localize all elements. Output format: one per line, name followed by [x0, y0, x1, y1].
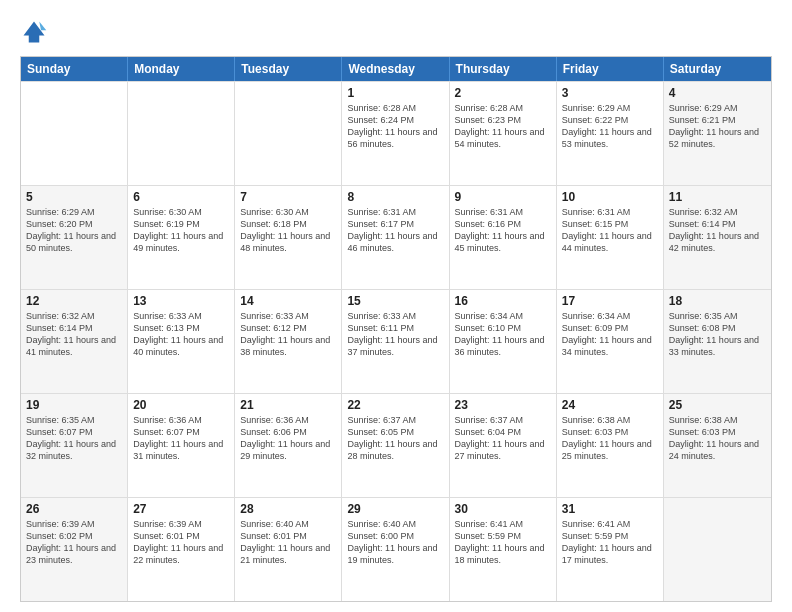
header-cell-monday: Monday	[128, 57, 235, 81]
header-cell-thursday: Thursday	[450, 57, 557, 81]
day-detail: Sunrise: 6:33 AM Sunset: 6:12 PM Dayligh…	[240, 310, 336, 359]
calendar-cell: 16Sunrise: 6:34 AM Sunset: 6:10 PM Dayli…	[450, 290, 557, 393]
day-number: 4	[669, 86, 766, 100]
day-number: 28	[240, 502, 336, 516]
day-detail: Sunrise: 6:40 AM Sunset: 6:00 PM Dayligh…	[347, 518, 443, 567]
calendar-cell: 12Sunrise: 6:32 AM Sunset: 6:14 PM Dayli…	[21, 290, 128, 393]
day-number: 12	[26, 294, 122, 308]
day-number: 29	[347, 502, 443, 516]
calendar-cell: 18Sunrise: 6:35 AM Sunset: 6:08 PM Dayli…	[664, 290, 771, 393]
calendar-cell: 3Sunrise: 6:29 AM Sunset: 6:22 PM Daylig…	[557, 82, 664, 185]
day-number: 2	[455, 86, 551, 100]
calendar-cell: 10Sunrise: 6:31 AM Sunset: 6:15 PM Dayli…	[557, 186, 664, 289]
day-number: 19	[26, 398, 122, 412]
day-number: 18	[669, 294, 766, 308]
day-number: 6	[133, 190, 229, 204]
day-detail: Sunrise: 6:29 AM Sunset: 6:21 PM Dayligh…	[669, 102, 766, 151]
calendar-cell: 17Sunrise: 6:34 AM Sunset: 6:09 PM Dayli…	[557, 290, 664, 393]
calendar-week-1: 5Sunrise: 6:29 AM Sunset: 6:20 PM Daylig…	[21, 185, 771, 289]
calendar-cell: 19Sunrise: 6:35 AM Sunset: 6:07 PM Dayli…	[21, 394, 128, 497]
calendar-cell: 5Sunrise: 6:29 AM Sunset: 6:20 PM Daylig…	[21, 186, 128, 289]
day-number: 17	[562, 294, 658, 308]
day-number: 10	[562, 190, 658, 204]
day-number: 20	[133, 398, 229, 412]
calendar-cell	[21, 82, 128, 185]
day-number: 31	[562, 502, 658, 516]
day-number: 24	[562, 398, 658, 412]
calendar-cell: 20Sunrise: 6:36 AM Sunset: 6:07 PM Dayli…	[128, 394, 235, 497]
calendar-cell: 2Sunrise: 6:28 AM Sunset: 6:23 PM Daylig…	[450, 82, 557, 185]
logo-icon	[20, 18, 48, 46]
day-number: 16	[455, 294, 551, 308]
day-number: 13	[133, 294, 229, 308]
calendar-cell: 4Sunrise: 6:29 AM Sunset: 6:21 PM Daylig…	[664, 82, 771, 185]
day-number: 8	[347, 190, 443, 204]
calendar-body: 1Sunrise: 6:28 AM Sunset: 6:24 PM Daylig…	[21, 81, 771, 601]
calendar-week-3: 19Sunrise: 6:35 AM Sunset: 6:07 PM Dayli…	[21, 393, 771, 497]
day-detail: Sunrise: 6:34 AM Sunset: 6:09 PM Dayligh…	[562, 310, 658, 359]
day-detail: Sunrise: 6:37 AM Sunset: 6:04 PM Dayligh…	[455, 414, 551, 463]
svg-marker-1	[39, 22, 46, 31]
day-number: 5	[26, 190, 122, 204]
calendar-header-row: SundayMondayTuesdayWednesdayThursdayFrid…	[21, 57, 771, 81]
day-number: 26	[26, 502, 122, 516]
day-detail: Sunrise: 6:30 AM Sunset: 6:18 PM Dayligh…	[240, 206, 336, 255]
header-cell-sunday: Sunday	[21, 57, 128, 81]
day-detail: Sunrise: 6:34 AM Sunset: 6:10 PM Dayligh…	[455, 310, 551, 359]
day-detail: Sunrise: 6:36 AM Sunset: 6:06 PM Dayligh…	[240, 414, 336, 463]
day-detail: Sunrise: 6:31 AM Sunset: 6:15 PM Dayligh…	[562, 206, 658, 255]
day-detail: Sunrise: 6:39 AM Sunset: 6:02 PM Dayligh…	[26, 518, 122, 567]
calendar-cell: 22Sunrise: 6:37 AM Sunset: 6:05 PM Dayli…	[342, 394, 449, 497]
day-number: 27	[133, 502, 229, 516]
day-number: 25	[669, 398, 766, 412]
day-detail: Sunrise: 6:40 AM Sunset: 6:01 PM Dayligh…	[240, 518, 336, 567]
header-cell-saturday: Saturday	[664, 57, 771, 81]
logo	[20, 18, 52, 46]
calendar-week-0: 1Sunrise: 6:28 AM Sunset: 6:24 PM Daylig…	[21, 81, 771, 185]
day-number: 11	[669, 190, 766, 204]
day-detail: Sunrise: 6:35 AM Sunset: 6:08 PM Dayligh…	[669, 310, 766, 359]
calendar-cell: 14Sunrise: 6:33 AM Sunset: 6:12 PM Dayli…	[235, 290, 342, 393]
page: SundayMondayTuesdayWednesdayThursdayFrid…	[0, 0, 792, 612]
day-detail: Sunrise: 6:32 AM Sunset: 6:14 PM Dayligh…	[669, 206, 766, 255]
day-detail: Sunrise: 6:38 AM Sunset: 6:03 PM Dayligh…	[562, 414, 658, 463]
day-detail: Sunrise: 6:36 AM Sunset: 6:07 PM Dayligh…	[133, 414, 229, 463]
day-detail: Sunrise: 6:30 AM Sunset: 6:19 PM Dayligh…	[133, 206, 229, 255]
calendar-cell: 8Sunrise: 6:31 AM Sunset: 6:17 PM Daylig…	[342, 186, 449, 289]
calendar-week-4: 26Sunrise: 6:39 AM Sunset: 6:02 PM Dayli…	[21, 497, 771, 601]
day-detail: Sunrise: 6:41 AM Sunset: 5:59 PM Dayligh…	[455, 518, 551, 567]
day-detail: Sunrise: 6:31 AM Sunset: 6:16 PM Dayligh…	[455, 206, 551, 255]
calendar-cell: 28Sunrise: 6:40 AM Sunset: 6:01 PM Dayli…	[235, 498, 342, 601]
calendar-cell	[235, 82, 342, 185]
day-detail: Sunrise: 6:29 AM Sunset: 6:20 PM Dayligh…	[26, 206, 122, 255]
calendar-cell: 15Sunrise: 6:33 AM Sunset: 6:11 PM Dayli…	[342, 290, 449, 393]
day-detail: Sunrise: 6:39 AM Sunset: 6:01 PM Dayligh…	[133, 518, 229, 567]
calendar-cell: 7Sunrise: 6:30 AM Sunset: 6:18 PM Daylig…	[235, 186, 342, 289]
header-cell-tuesday: Tuesday	[235, 57, 342, 81]
day-number: 14	[240, 294, 336, 308]
calendar-cell: 1Sunrise: 6:28 AM Sunset: 6:24 PM Daylig…	[342, 82, 449, 185]
day-number: 1	[347, 86, 443, 100]
calendar-cell	[128, 82, 235, 185]
day-detail: Sunrise: 6:38 AM Sunset: 6:03 PM Dayligh…	[669, 414, 766, 463]
calendar-cell: 25Sunrise: 6:38 AM Sunset: 6:03 PM Dayli…	[664, 394, 771, 497]
calendar-cell: 27Sunrise: 6:39 AM Sunset: 6:01 PM Dayli…	[128, 498, 235, 601]
day-number: 23	[455, 398, 551, 412]
day-detail: Sunrise: 6:28 AM Sunset: 6:23 PM Dayligh…	[455, 102, 551, 151]
day-detail: Sunrise: 6:32 AM Sunset: 6:14 PM Dayligh…	[26, 310, 122, 359]
day-detail: Sunrise: 6:35 AM Sunset: 6:07 PM Dayligh…	[26, 414, 122, 463]
calendar-cell: 6Sunrise: 6:30 AM Sunset: 6:19 PM Daylig…	[128, 186, 235, 289]
calendar-cell: 13Sunrise: 6:33 AM Sunset: 6:13 PM Dayli…	[128, 290, 235, 393]
day-number: 15	[347, 294, 443, 308]
day-detail: Sunrise: 6:41 AM Sunset: 5:59 PM Dayligh…	[562, 518, 658, 567]
day-number: 22	[347, 398, 443, 412]
calendar-cell: 31Sunrise: 6:41 AM Sunset: 5:59 PM Dayli…	[557, 498, 664, 601]
header-cell-wednesday: Wednesday	[342, 57, 449, 81]
calendar-cell	[664, 498, 771, 601]
calendar-cell: 23Sunrise: 6:37 AM Sunset: 6:04 PM Dayli…	[450, 394, 557, 497]
day-detail: Sunrise: 6:37 AM Sunset: 6:05 PM Dayligh…	[347, 414, 443, 463]
calendar-cell: 21Sunrise: 6:36 AM Sunset: 6:06 PM Dayli…	[235, 394, 342, 497]
day-number: 30	[455, 502, 551, 516]
calendar-cell: 26Sunrise: 6:39 AM Sunset: 6:02 PM Dayli…	[21, 498, 128, 601]
day-number: 3	[562, 86, 658, 100]
